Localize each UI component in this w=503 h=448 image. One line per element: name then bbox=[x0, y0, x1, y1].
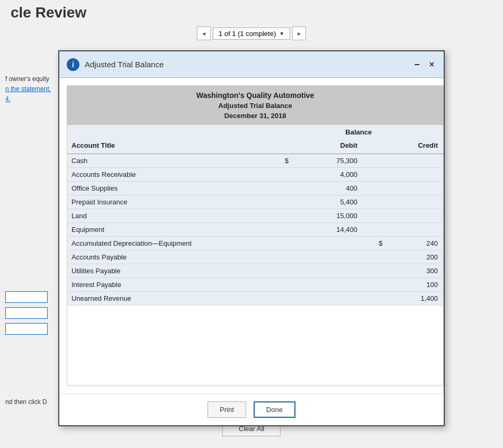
report-name: Adjusted Trial Balance bbox=[73, 102, 438, 110]
credit-value-cell bbox=[387, 209, 444, 223]
credit-value-cell bbox=[387, 223, 444, 237]
table-row: Cash$75,300 bbox=[67, 154, 443, 168]
nav-label: 1 of 1 (1 complete) ▼ bbox=[213, 28, 290, 40]
account-title-cell: Accumulated Depreciation—Equipment bbox=[67, 237, 274, 250]
debit-value-cell bbox=[293, 237, 368, 250]
credit-value-cell bbox=[387, 195, 444, 209]
table-row: Utilities Payable300 bbox=[67, 264, 443, 278]
credit-value-cell bbox=[387, 182, 444, 195]
credit-value-cell bbox=[387, 154, 444, 168]
table-header: Washington's Quality Automotive Adjusted… bbox=[67, 86, 443, 125]
dollar-sign-credit-cell bbox=[368, 292, 387, 306]
sidebar-link-1[interactable]: n the statement, bbox=[5, 85, 51, 93]
bottom-instruction: nd then click D bbox=[0, 398, 47, 406]
company-name: Washington's Quality Automotive bbox=[73, 91, 438, 100]
table-row: Prepaid Insurance5,400 bbox=[67, 195, 443, 209]
debit-value-cell: 4,000 bbox=[293, 168, 368, 182]
dollar-sign-debit-cell bbox=[274, 278, 293, 292]
table-row: Equipment14,400 bbox=[67, 223, 443, 237]
dollar-sign-credit-cell bbox=[368, 168, 387, 182]
dollar-sign-credit-cell bbox=[368, 154, 387, 168]
account-title-cell: Accounts Receivable bbox=[67, 168, 274, 182]
dollar-sign-credit-cell bbox=[368, 182, 387, 195]
modal-dialog: i Adjusted Trial Balance − × Washington'… bbox=[58, 50, 445, 426]
table-container[interactable]: Washington's Quality Automotive Adjusted… bbox=[67, 85, 444, 386]
dollar-sign-credit-cell bbox=[368, 278, 387, 292]
credit-value-cell: 1,400 bbox=[387, 292, 444, 306]
info-icon: i bbox=[67, 58, 79, 71]
debit-value-cell bbox=[293, 250, 368, 264]
column-labels-row: Account Title Debit Credit bbox=[67, 139, 443, 154]
table-body: Cash$75,300Accounts Receivable4,000Offic… bbox=[67, 154, 443, 306]
table-row: Unearned Revenue1,400 bbox=[67, 292, 443, 306]
debit-value-cell bbox=[293, 292, 368, 306]
credit-value-cell: 240 bbox=[387, 237, 444, 250]
table-row: Interest Payable100 bbox=[67, 278, 443, 292]
debit-header: Debit bbox=[293, 139, 368, 154]
debit-value-cell: 15,000 bbox=[293, 209, 368, 223]
dollar-sign-debit-cell bbox=[274, 237, 293, 250]
table-row: Accounts Receivable4,000 bbox=[67, 168, 443, 182]
sidebar-text: f owner's equity n the statement, 4. bbox=[0, 69, 64, 110]
dollar-sign-credit-cell bbox=[368, 195, 387, 209]
debit-value-cell bbox=[293, 264, 368, 278]
dollar-sign-debit-cell bbox=[274, 168, 293, 182]
dollar-sign-debit-cell bbox=[274, 209, 293, 223]
report-date: December 31, 2018 bbox=[73, 112, 438, 120]
credit-value-cell bbox=[387, 168, 444, 182]
account-title-cell: Utilities Payable bbox=[67, 264, 274, 278]
done-button[interactable]: Done bbox=[254, 401, 295, 418]
dollar-sign-credit-cell bbox=[368, 264, 387, 278]
minimize-button[interactable]: − bbox=[412, 59, 422, 70]
page-title: cle Review bbox=[0, 0, 97, 25]
credit-header: Credit bbox=[387, 139, 444, 154]
account-title-cell: Interest Payable bbox=[67, 278, 274, 292]
balance-header-row: Balance bbox=[67, 125, 443, 139]
account-title-cell: Prepaid Insurance bbox=[67, 195, 274, 209]
credit-value-cell: 200 bbox=[387, 250, 444, 264]
debit-value-cell: 14,400 bbox=[293, 223, 368, 237]
credit-value-cell: 300 bbox=[387, 264, 444, 278]
dollar-sign-debit-cell bbox=[274, 250, 293, 264]
prev-button[interactable]: ◄ bbox=[197, 26, 211, 40]
dollar-sign-debit-cell bbox=[274, 223, 293, 237]
sidebar-boxes bbox=[5, 291, 48, 335]
table-row: Office Supplies400 bbox=[67, 182, 443, 195]
balance-header: Balance bbox=[274, 125, 444, 139]
account-title-cell: Cash bbox=[67, 154, 274, 168]
account-title-cell: Land bbox=[67, 209, 274, 223]
debit-value-cell bbox=[293, 278, 368, 292]
nav-dropdown-icon[interactable]: ▼ bbox=[279, 31, 284, 37]
sidebar-link-2[interactable]: 4. bbox=[5, 95, 11, 103]
table-row: Land15,000 bbox=[67, 209, 443, 223]
debit-value-cell: 75,300 bbox=[293, 154, 368, 168]
dollar-sign-credit-cell bbox=[368, 209, 387, 223]
sidebar-box-3[interactable] bbox=[5, 323, 48, 335]
dollar-sign-credit-cell bbox=[368, 250, 387, 264]
account-title-cell: Equipment bbox=[67, 223, 274, 237]
dollar-sign-debit-cell bbox=[274, 264, 293, 278]
account-title-cell: Unearned Revenue bbox=[67, 292, 274, 306]
dollar-sign-debit-cell bbox=[274, 195, 293, 209]
modal-header: i Adjusted Trial Balance − × bbox=[59, 51, 444, 78]
debit-value-cell: 5,400 bbox=[293, 195, 368, 209]
table-row: Accounts Payable200 bbox=[67, 250, 443, 264]
account-title-header: Account Title bbox=[67, 139, 274, 154]
close-button[interactable]: × bbox=[427, 59, 436, 70]
credit-value-cell: 100 bbox=[387, 278, 444, 292]
dollar-sign-credit-cell bbox=[368, 223, 387, 237]
next-button[interactable]: ► bbox=[292, 26, 306, 40]
sidebar-box-1[interactable] bbox=[5, 291, 48, 303]
account-title-cell: Office Supplies bbox=[67, 182, 274, 195]
adjusted-trial-balance-table: Washington's Quality Automotive Adjusted… bbox=[67, 86, 443, 306]
dollar-sign-debit-cell: $ bbox=[274, 154, 293, 168]
dollar-sign-debit-cell bbox=[274, 292, 293, 306]
dollar-sign-credit-cell: $ bbox=[368, 237, 387, 250]
print-button[interactable]: Print bbox=[208, 401, 246, 418]
sidebar-box-2[interactable] bbox=[5, 307, 48, 319]
modal-body: Washington's Quality Automotive Adjusted… bbox=[59, 78, 444, 393]
modal-controls: − × bbox=[412, 59, 436, 70]
table-row: Accumulated Depreciation—Equipment$240 bbox=[67, 237, 443, 250]
debit-value-cell: 400 bbox=[293, 182, 368, 195]
modal-footer: Print Done bbox=[59, 393, 444, 425]
